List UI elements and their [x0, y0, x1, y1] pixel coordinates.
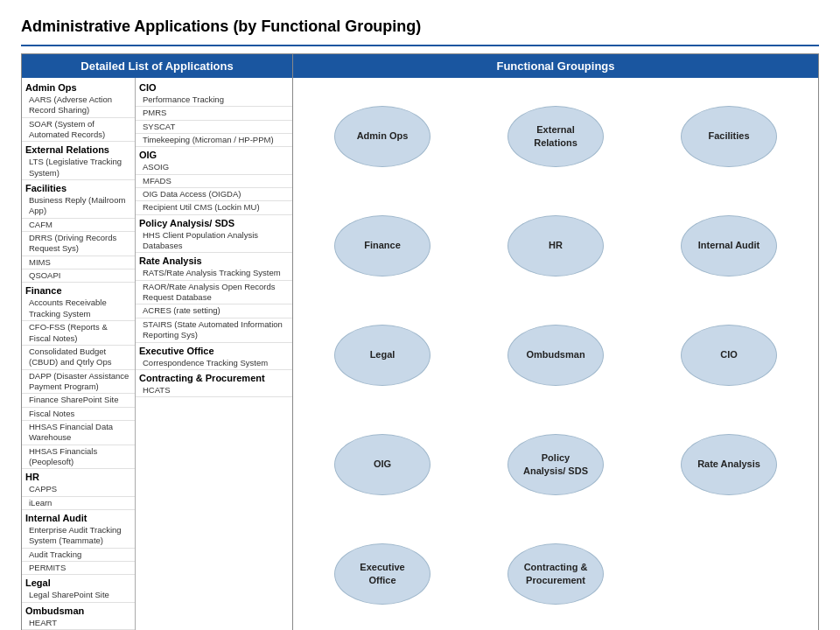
app-item: QSOAPI: [22, 270, 135, 283]
func-bubble: [681, 543, 777, 605]
left-content: Admin OpsAARS (Adverse Action Record Sha…: [22, 78, 292, 630]
app-item: SOAR (System of Automated Records): [22, 118, 135, 143]
group-label: Admin Ops: [22, 80, 135, 94]
func-bubble: Executive Office: [334, 543, 430, 605]
right-panel: Functional Groupings Admin OpsExternal R…: [293, 54, 818, 630]
app-item: Finance SharePoint Site: [22, 394, 135, 407]
left-col1: Admin OpsAARS (Adverse Action Record Sha…: [22, 78, 136, 630]
group-label: External Relations: [22, 142, 135, 156]
func-bubble: Ombudsman: [508, 325, 604, 386]
title-divider: [21, 45, 819, 46]
group-label: OIG: [136, 147, 292, 161]
app-item: DAPP (Disaster Assistance Payment Progra…: [22, 370, 135, 395]
left-panel-header: Detailed List of Applications: [22, 54, 292, 78]
app-item: OIG Data Access (OIGDA): [136, 188, 292, 201]
func-bubble: Admin Ops: [334, 106, 430, 167]
app-item: PERMITS: [22, 562, 135, 575]
app-item: SYSCAT: [136, 121, 292, 134]
app-item: iLearn: [22, 497, 135, 510]
app-item: ASOIG: [136, 161, 292, 174]
app-item: Performance Tracking: [136, 94, 292, 107]
page: Administrative Applications (by Function…: [0, 0, 840, 630]
func-bubble: Legal: [334, 325, 430, 386]
group-label: CIO: [136, 80, 292, 94]
group-label: Contracting & Procurement: [136, 370, 292, 384]
app-item: Accounts Receivable Tracking System: [22, 297, 135, 321]
func-bubble: OIG: [334, 434, 430, 495]
func-bubble: Finance: [334, 215, 430, 276]
group-label: Executive Office: [136, 343, 292, 357]
app-item: PMRS: [136, 107, 292, 120]
app-item: Consolidated Budget (CBUD) and Qtrly Ops: [22, 346, 135, 370]
func-bubble: Rate Analysis: [681, 434, 777, 495]
func-bubble: CIO: [681, 325, 777, 386]
app-item: RAOR/Rate Analysis Open Records Request …: [136, 281, 292, 305]
app-item: LTS (Legislative Tracking System): [22, 156, 135, 180]
group-label: Legal: [22, 575, 135, 589]
group-label: Facilities: [22, 180, 135, 194]
app-item: HHSAS Financials (Peoplesoft): [22, 445, 135, 470]
page-title: Administrative Applications (by Function…: [21, 18, 819, 36]
left-panel: Detailed List of Applications Admin OpsA…: [22, 54, 293, 630]
group-label: Internal Audit: [22, 510, 135, 524]
app-item: HHS Client Population Analysis Databases: [136, 229, 292, 254]
app-item: RATS/Rate Analysis Tracking System: [136, 267, 292, 280]
app-item: Timekeeping (Microman / HP-PPM): [136, 134, 292, 147]
app-item: ACRES (rate setting): [136, 304, 292, 318]
group-label: Finance: [22, 283, 135, 297]
app-item: Recipient Util CMS (Lockin MU): [136, 201, 292, 214]
app-item: Fiscal Notes: [22, 408, 135, 421]
func-bubble: Internal Audit: [681, 215, 777, 276]
app-item: Correspondence Tracking System: [136, 357, 292, 370]
app-item: Business Reply (Mailroom App): [22, 194, 135, 219]
app-item: Legal SharePoint Site: [22, 589, 135, 602]
app-item: HCATS: [136, 384, 292, 397]
app-item: MFADS: [136, 175, 292, 188]
app-item: CFO-FSS (Reports & Fiscal Notes): [22, 321, 135, 346]
group-label: Ombudsman: [22, 603, 135, 617]
app-item: HEART: [22, 617, 135, 630]
group-label: Policy Analysis/ SDS: [136, 215, 292, 229]
func-bubble: External Relations: [508, 106, 604, 167]
func-bubble: HR: [508, 215, 604, 276]
app-item: CAPPS: [22, 483, 135, 496]
app-item: STAIRS (State Automated Information Repo…: [136, 318, 292, 343]
right-panel-header: Functional Groupings: [293, 54, 818, 78]
group-label: Rate Analysis: [136, 253, 292, 267]
app-item: AARS (Adverse Action Record Sharing): [22, 94, 135, 118]
app-item: MIMS: [22, 256, 135, 270]
func-bubble: Policy Analysis/ SDS: [508, 434, 604, 495]
app-item: Audit Tracking: [22, 549, 135, 562]
right-content: Admin OpsExternal RelationsFacilitiesFin…: [293, 78, 818, 630]
func-bubble: Contracting & Procurement: [508, 543, 604, 605]
app-item: Enterprise Audit Tracking System (Teamma…: [22, 524, 135, 549]
app-item: DRRS (Driving Records Request Sys): [22, 232, 135, 256]
main-content: Detailed List of Applications Admin OpsA…: [21, 53, 819, 630]
app-item: HHSAS Financial Data Warehouse: [22, 421, 135, 445]
group-label: HR: [22, 469, 135, 483]
func-bubble: Facilities: [681, 106, 777, 167]
left-col2: CIOPerformance TrackingPMRSSYSCATTimekee…: [136, 78, 292, 630]
app-item: CAFM: [22, 219, 135, 232]
